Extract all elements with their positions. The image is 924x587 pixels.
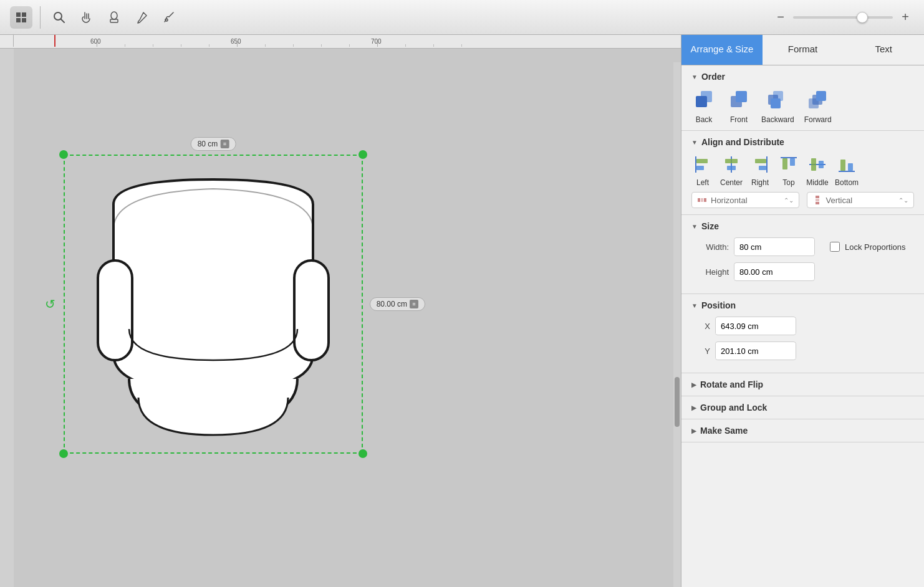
position-title: Position: [701, 300, 736, 310]
svg-rect-10: [294, 260, 329, 360]
ruler-mark-700: 700: [371, 38, 382, 45]
toolbar-left: [10, 6, 180, 29]
vertical-distribute-icon: [812, 195, 822, 205]
position-section: ▼ Position X ▲ ▼ Y ▲: [681, 294, 924, 373]
svg-rect-7: [110, 19, 118, 22]
width-input-wrap: ▲ ▼: [734, 237, 815, 256]
group-section[interactable]: ▶ Group and Lock: [681, 396, 924, 419]
align-left-button[interactable]: Left: [691, 153, 714, 187]
align-section: ▼ Align and Distribute Left: [681, 131, 924, 215]
vertical-distribute-select[interactable]: Vertical ⌃⌄: [807, 192, 915, 208]
align-middle-button[interactable]: Middle: [806, 153, 829, 187]
order-back-button[interactable]: Back: [691, 88, 716, 124]
order-arrow: ▼: [691, 74, 698, 80]
toolbar: − +: [0, 0, 924, 35]
pan-icon[interactable]: [75, 6, 98, 29]
dimension-right-value: 80.00 cm: [377, 300, 407, 308]
rotate-handle[interactable]: ↺: [45, 297, 55, 312]
svg-rect-20: [816, 91, 826, 101]
align-middle-icon: [806, 153, 829, 176]
group-arrow: ▶: [691, 404, 696, 411]
align-center-label: Center: [720, 178, 743, 187]
ruler-horizontal: 600 650 700: [0, 35, 681, 49]
size-title: Size: [701, 221, 719, 231]
order-front-button[interactable]: Front: [726, 88, 751, 124]
svg-rect-29: [759, 166, 766, 170]
scrollbar-thumb[interactable]: [675, 377, 680, 427]
dimension-top-icon: ≡: [220, 140, 229, 148]
order-section-header[interactable]: ▼ Order: [691, 72, 914, 82]
order-forward-button[interactable]: Forward: [804, 88, 832, 124]
svg-line-5: [61, 19, 65, 22]
y-input[interactable]: [716, 343, 796, 359]
zoom-in-button[interactable]: +: [897, 9, 914, 26]
x-label: X: [691, 322, 710, 331]
settings-icon[interactable]: [10, 6, 32, 29]
align-title: Align and Distribute: [701, 137, 784, 147]
align-top-label: Top: [782, 178, 794, 187]
order-title: Order: [701, 72, 725, 82]
width-row: Width: ▲ ▼ Lock Proportions: [691, 237, 914, 256]
svg-rect-23: [696, 166, 704, 170]
align-right-label: Right: [751, 178, 769, 187]
svg-rect-25: [725, 159, 738, 163]
selection-box: ↺: [64, 155, 363, 454]
distribute-row: Horizontal ⌃⌄ Vertical ⌃⌄: [691, 192, 914, 208]
zoom-slider[interactable]: [793, 16, 893, 19]
align-left-icon: [691, 153, 714, 176]
eyedropper-icon[interactable]: [130, 6, 153, 29]
order-backward-icon: [765, 88, 790, 113]
lock-proportions-label: Lock Proportions: [845, 242, 906, 252]
vertical-distribute-arrow: ⌃⌄: [898, 197, 908, 204]
align-right-icon: [749, 153, 771, 176]
svg-rect-28: [755, 159, 766, 163]
x-input[interactable]: [716, 318, 796, 334]
scrollbar-vertical[interactable]: [673, 62, 681, 587]
search-icon[interactable]: [48, 6, 70, 29]
size-arrow: ▼: [691, 223, 698, 230]
align-bottom-button[interactable]: Bottom: [835, 153, 859, 187]
tab-arrange-size[interactable]: Arrange & Size: [681, 35, 763, 65]
svg-rect-38: [848, 163, 853, 171]
svg-rect-35: [819, 161, 824, 168]
align-section-header[interactable]: ▼ Align and Distribute: [691, 137, 914, 147]
order-back-icon: [691, 88, 716, 113]
height-input[interactable]: [734, 264, 815, 280]
rotate-title: Rotate and Flip: [700, 379, 763, 389]
svg-rect-14: [736, 91, 747, 102]
svg-rect-1: [22, 12, 26, 17]
width-input[interactable]: [734, 239, 815, 255]
align-middle-label: Middle: [806, 178, 828, 187]
zoom-out-button[interactable]: −: [772, 9, 789, 26]
svg-rect-37: [840, 160, 845, 171]
width-label: Width:: [691, 242, 729, 252]
size-section: ▼ Size Width: ▲ ▼ Lock Proportions: [681, 215, 924, 294]
align-top-button[interactable]: Top: [777, 153, 800, 187]
horizontal-distribute-select[interactable]: Horizontal ⌃⌄: [691, 192, 799, 208]
vertical-distribute-label: Vertical: [826, 196, 895, 205]
svg-rect-26: [727, 166, 736, 170]
order-back-label: Back: [696, 115, 713, 124]
stamp-icon[interactable]: [103, 6, 125, 29]
canvas-area: 600 650 700: [0, 35, 681, 587]
align-left-label: Left: [696, 178, 709, 187]
size-section-header[interactable]: ▼ Size: [691, 221, 914, 231]
align-buttons-row: Left Center: [691, 153, 914, 187]
svg-rect-44: [816, 202, 819, 204]
rotate-section[interactable]: ▶ Rotate and Flip: [681, 373, 924, 396]
brush-icon[interactable]: [158, 6, 180, 29]
make-same-arrow: ▶: [691, 427, 696, 434]
dimension-right-icon: ≡: [410, 300, 418, 308]
make-same-section[interactable]: ▶ Make Same: [681, 419, 924, 442]
tab-text[interactable]: Text: [843, 35, 924, 65]
lock-proportions-checkbox[interactable]: [830, 242, 840, 252]
canvas-content: 80 cm ≡ ↺: [14, 49, 681, 587]
order-backward-button[interactable]: Backward: [761, 88, 794, 124]
svg-rect-0: [16, 12, 21, 17]
align-right-button[interactable]: Right: [749, 153, 771, 187]
position-section-header[interactable]: ▼ Position: [691, 300, 914, 310]
tab-format[interactable]: Format: [763, 35, 844, 65]
panel-tabs: Arrange & Size Format Text: [681, 35, 924, 65]
align-center-button[interactable]: Center: [720, 153, 743, 187]
dimension-top-badge: 80 cm ≡: [191, 137, 236, 151]
